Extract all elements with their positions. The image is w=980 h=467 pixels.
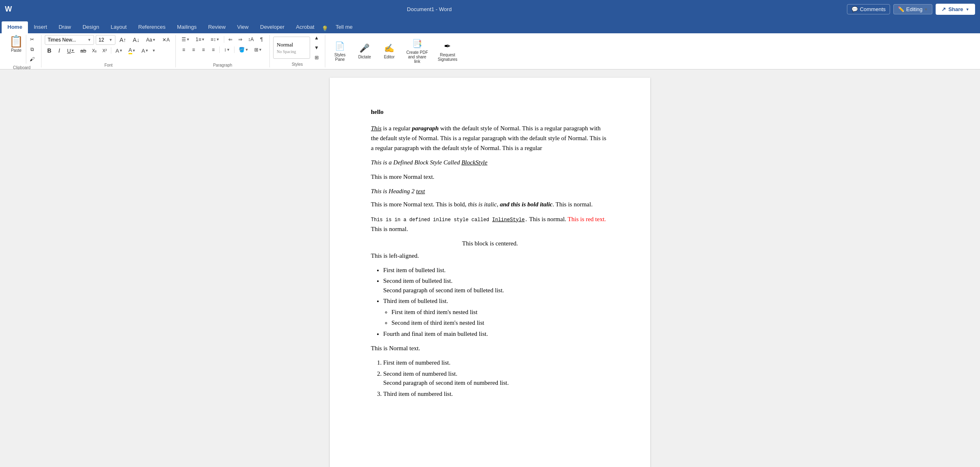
change-case-button[interactable]: Aa▼ [144,35,159,44]
bold-button[interactable]: B [45,46,54,55]
styles-label: Styles [273,61,322,67]
sort-button[interactable]: ↕A [246,35,256,44]
tab-draw[interactable]: Draw [53,21,77,33]
doc-block-style-text: This is a Defined Block Style Called Blo… [371,159,488,166]
tab-references[interactable]: References [133,21,171,33]
title-bar-right: 💬 Comments ✏️ Editing ▼ ↗ Share ▼ [847,4,975,15]
styles-group: Normal No Spacing ▲ ▼ ⊞ Styles [270,35,325,67]
tab-developer[interactable]: Developer [254,21,290,33]
text-effects-button[interactable]: A▼ [139,46,151,55]
cut-button[interactable]: ✂ [27,35,37,44]
line-spacing-button[interactable]: ↕▼ [221,45,232,54]
doc-para1: This is a regular paragraph with the def… [371,123,609,153]
create-pdf-button[interactable]: 📑 Create PDFand share link [403,37,432,65]
numbered-item-2-para2: Second paragraph of second item of numbe… [383,379,509,386]
bullet-item-2-para2: Second paragraph of second item of bulle… [383,287,504,294]
tab-acrobat[interactable]: Acrobat [290,21,320,33]
bullet-item-4-text: Fourth and final item of main bulleted l… [383,331,488,337]
font-family-chevron: ▼ [87,38,91,42]
tab-design[interactable]: Design [77,21,105,33]
styles-scroll-down[interactable]: ▼ [312,43,322,52]
font-size-value: 12 [99,37,104,43]
justify-button[interactable]: ≡ [209,45,218,54]
numbered-item-1-text: First item of numbered list. [383,359,451,366]
styles-preview[interactable]: Normal No Spacing [273,37,310,59]
decrease-font-button[interactable]: A↓ [130,35,142,44]
bullet-item-1-text: First item of bulleted list. [383,267,446,273]
share-button[interactable]: ↗ Share ▼ [936,4,975,15]
tab-review[interactable]: Review [202,21,232,33]
multilevel-list-button[interactable]: ≡↕▼ [208,35,222,44]
align-right-button[interactable]: ≡ [199,45,208,54]
superscript-button[interactable]: X² [100,46,109,55]
copy-button[interactable]: ⧉ [27,45,37,54]
borders-button[interactable]: ⊞▼ [252,45,265,54]
increase-indent-button[interactable]: ⇒ [236,35,245,44]
ribbon-tabs: Home Insert Draw Design Layout Reference… [0,18,980,33]
bullet-item-2: Second item of bulleted list. Second par… [383,276,609,295]
bullets-button[interactable]: ☰▼ [179,35,192,44]
doc-bold-italic-para: This is more Normal text. This is bold, … [371,199,609,209]
nested-item-1: First item of third item's nested list [391,307,609,317]
share-label: Share [948,6,963,12]
editor-button[interactable]: ✍ Editor [378,42,401,61]
strikethrough-button[interactable]: ab [78,46,88,55]
create-pdf-label: Create PDFand share link [406,50,429,64]
doc-inline-style-para: This is in a defined inline style called… [371,214,609,234]
font-size-selector[interactable]: 12 ▼ [96,35,115,45]
pdf-icon: 📑 [412,39,422,49]
tab-mailings[interactable]: Mailings [171,21,202,33]
font-family-value: Times New... [48,37,76,43]
shading-button[interactable]: 🪣▼ [236,45,251,54]
tab-layout[interactable]: Layout [105,21,132,33]
styles-pane-button[interactable]: 📄 StylesPane [329,39,352,63]
styles-scroll-up[interactable]: ▲ [312,33,322,42]
ribbon-toolbar: 📋 Paste ✂ ⧉ 🖌 Clipboard Times New... ▼ 1… [0,33,980,69]
styles-expand[interactable]: ⊞ [312,53,322,62]
format-painter-button[interactable]: 🖌 [27,55,37,64]
highlight-color-button[interactable]: A ▼ [126,46,138,55]
increase-font-button[interactable]: A↑ [117,35,129,44]
doc-hello: hello [371,107,609,117]
clipboard-group-top: 📋 Paste ✂ ⧉ 🖌 [7,35,37,64]
decrease-indent-button[interactable]: ⇐ [226,35,235,44]
numbering-button[interactable]: 1≡▼ [193,35,207,44]
font-row1: Times New... ▼ 12 ▼ A↑ A↓ Aa▼ ✕A [45,35,172,45]
right-tools: 📄 StylesPane 🎤 Dictate ✍ Editor 📑 Create… [329,35,462,67]
chevron-down-icon: ▼ [924,7,928,12]
para-sep2 [219,46,220,53]
italic-button[interactable]: I [55,46,64,55]
request-signatures-button[interactable]: ✒ RequestSignatures [434,39,462,63]
document-page[interactable]: hello This is a regular paragraph with t… [330,78,650,467]
show-formatting-button[interactable]: ¶ [257,35,266,44]
nested-item-2: Second item of third item's nested list [391,318,609,328]
dictate-button[interactable]: 🎤 Dictate [353,42,376,61]
paragraph-label: Paragraph [179,62,266,67]
clear-format-button[interactable]: ✕A [160,35,172,44]
tab-view[interactable]: View [231,21,254,33]
comments-button[interactable]: 💬 Comments [847,4,890,14]
styles-pane-label: StylesPane [334,53,345,62]
no-spacing-label: No Spacing [277,49,306,54]
comments-label: Comments [860,6,886,12]
doc-after-inline: This is normal. [529,216,568,222]
underline-button[interactable]: U▼ [64,46,77,55]
align-left-button[interactable]: ≡ [179,45,188,54]
document-area[interactable]: hello This is a regular paragraph with t… [0,69,980,467]
font-color-button[interactable]: A▼ [113,46,125,55]
styles-group-top: Normal No Spacing ▲ ▼ ⊞ [273,35,322,60]
editor-label: Editor [384,55,395,59]
font-group-expand[interactable]: ▼ [152,49,156,53]
paste-button[interactable]: 📋 Paste [7,35,26,64]
para-sep1 [224,36,224,43]
request-sig-label: RequestSignatures [438,53,458,62]
editing-button[interactable]: ✏️ Editing ▼ [893,4,932,14]
tab-home[interactable]: Home [2,21,28,33]
tab-insert[interactable]: Insert [28,21,53,33]
subscript-button[interactable]: X₂ [90,46,99,55]
tab-tellme[interactable]: Tell me [330,21,358,33]
doc-inline-style-text1: This is in a defined inline style called… [371,217,528,223]
font-family-selector[interactable]: Times New... ▼ [45,35,94,45]
align-center-button[interactable]: ≡ [189,45,198,54]
numbered-item-3-text: Third item of numbered list. [383,391,453,397]
